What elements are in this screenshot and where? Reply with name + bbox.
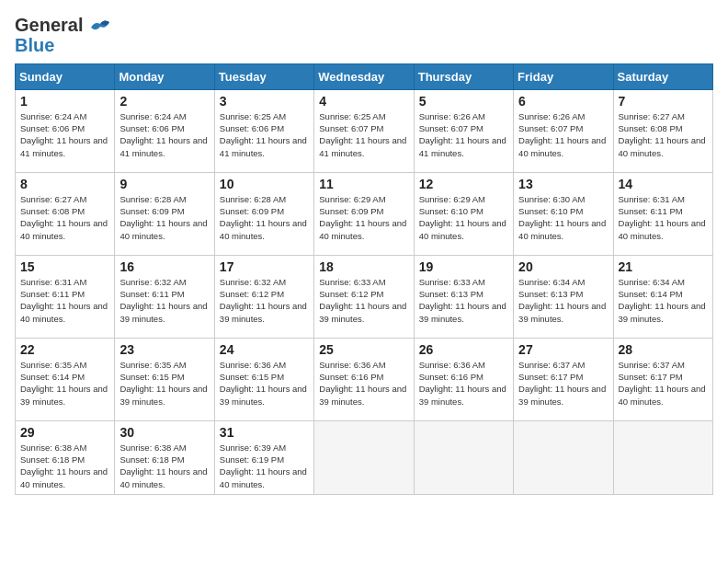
day-number: 17 — [220, 259, 309, 274]
day-info: Sunrise: 6:29 AM Sunset: 6:10 PM Dayligh… — [419, 193, 508, 242]
header-monday: Monday — [115, 63, 214, 89]
header-tuesday: Tuesday — [214, 63, 313, 89]
day-info: Sunrise: 6:34 AM Sunset: 6:14 PM Dayligh… — [619, 276, 708, 325]
day-info: Sunrise: 6:35 AM Sunset: 6:14 PM Dayligh… — [20, 359, 109, 408]
calendar-cell: 2 Sunrise: 6:24 AM Sunset: 6:06 PM Dayli… — [115, 89, 214, 172]
day-info: Sunrise: 6:37 AM Sunset: 6:17 PM Dayligh… — [518, 359, 608, 408]
calendar-cell: 9 Sunrise: 6:28 AM Sunset: 6:09 PM Dayli… — [115, 172, 214, 255]
day-info: Sunrise: 6:38 AM Sunset: 6:18 PM Dayligh… — [20, 442, 109, 490]
calendar-cell: 17 Sunrise: 6:32 AM Sunset: 6:12 PM Dayl… — [214, 255, 313, 338]
day-info: Sunrise: 6:36 AM Sunset: 6:16 PM Dayligh… — [319, 359, 408, 408]
calendar-cell: 1 Sunrise: 6:24 AM Sunset: 6:06 PM Dayli… — [16, 89, 115, 172]
day-number: 29 — [20, 425, 109, 440]
day-info: Sunrise: 6:35 AM Sunset: 6:15 PM Dayligh… — [119, 359, 209, 408]
day-number: 19 — [419, 259, 508, 274]
calendar-cell: 7 Sunrise: 6:27 AM Sunset: 6:08 PM Dayli… — [613, 89, 712, 172]
day-info: Sunrise: 6:30 AM Sunset: 6:10 PM Dayligh… — [518, 193, 608, 242]
day-number: 3 — [220, 94, 309, 109]
day-number: 20 — [518, 259, 608, 274]
calendar-cell: 11 Sunrise: 6:29 AM Sunset: 6:09 PM Dayl… — [314, 172, 414, 255]
day-number: 11 — [319, 177, 408, 191]
day-info: Sunrise: 6:38 AM Sunset: 6:18 PM Dayligh… — [119, 442, 209, 490]
calendar-cell: 26 Sunrise: 6:36 AM Sunset: 6:16 PM Dayl… — [414, 338, 513, 420]
day-info: Sunrise: 6:24 AM Sunset: 6:06 PM Dayligh… — [119, 110, 209, 159]
day-info: Sunrise: 6:36 AM Sunset: 6:16 PM Dayligh… — [419, 359, 508, 408]
day-number: 13 — [518, 177, 608, 191]
calendar-cell: 27 Sunrise: 6:37 AM Sunset: 6:17 PM Dayl… — [514, 338, 613, 420]
day-info: Sunrise: 6:34 AM Sunset: 6:13 PM Dayligh… — [518, 276, 608, 325]
calendar-cell: 19 Sunrise: 6:33 AM Sunset: 6:13 PM Dayl… — [414, 255, 513, 338]
day-number: 22 — [20, 342, 109, 357]
calendar-cell: 10 Sunrise: 6:28 AM Sunset: 6:09 PM Dayl… — [214, 172, 313, 255]
day-number: 8 — [20, 177, 109, 191]
logo-general: General — [15, 15, 83, 35]
page-header: General Blue — [15, 15, 713, 56]
day-number: 14 — [619, 177, 708, 191]
day-info: Sunrise: 6:27 AM Sunset: 6:08 PM Dayligh… — [619, 110, 708, 159]
day-info: Sunrise: 6:37 AM Sunset: 6:17 PM Dayligh… — [619, 359, 708, 408]
calendar-header-row: Sunday Monday Tuesday Wednesday Thursday… — [16, 63, 713, 89]
header-sunday: Sunday — [16, 63, 115, 89]
day-info: Sunrise: 6:25 AM Sunset: 6:07 PM Dayligh… — [319, 110, 408, 159]
day-info: Sunrise: 6:28 AM Sunset: 6:09 PM Dayligh… — [119, 193, 209, 242]
day-number: 28 — [619, 342, 708, 357]
day-info: Sunrise: 6:28 AM Sunset: 6:09 PM Dayligh… — [220, 193, 309, 242]
day-number: 25 — [319, 342, 408, 357]
day-number: 4 — [319, 94, 408, 109]
calendar-cell: 12 Sunrise: 6:29 AM Sunset: 6:10 PM Dayl… — [414, 172, 513, 255]
day-number: 2 — [119, 94, 209, 109]
day-number: 12 — [419, 177, 508, 191]
calendar-cell: 22 Sunrise: 6:35 AM Sunset: 6:14 PM Dayl… — [16, 338, 115, 420]
calendar-cell: 20 Sunrise: 6:34 AM Sunset: 6:13 PM Dayl… — [514, 255, 613, 338]
day-info: Sunrise: 6:27 AM Sunset: 6:08 PM Dayligh… — [20, 193, 109, 242]
day-number: 16 — [119, 259, 209, 274]
day-number: 10 — [220, 177, 309, 191]
day-info: Sunrise: 6:26 AM Sunset: 6:07 PM Dayligh… — [419, 110, 508, 159]
day-number: 6 — [518, 94, 608, 109]
day-number: 24 — [220, 342, 309, 357]
calendar-cell: 21 Sunrise: 6:34 AM Sunset: 6:14 PM Dayl… — [613, 255, 712, 338]
day-number: 5 — [419, 94, 508, 109]
calendar-cell — [514, 420, 613, 494]
day-number: 23 — [119, 342, 209, 357]
calendar-cell: 23 Sunrise: 6:35 AM Sunset: 6:15 PM Dayl… — [115, 338, 214, 420]
day-info: Sunrise: 6:31 AM Sunset: 6:11 PM Dayligh… — [20, 276, 109, 325]
header-thursday: Thursday — [414, 63, 513, 89]
calendar-cell: 28 Sunrise: 6:37 AM Sunset: 6:17 PM Dayl… — [613, 338, 712, 420]
day-info: Sunrise: 6:33 AM Sunset: 6:13 PM Dayligh… — [419, 276, 508, 325]
day-number: 31 — [220, 425, 309, 440]
day-number: 1 — [20, 94, 109, 109]
calendar-cell: 25 Sunrise: 6:36 AM Sunset: 6:16 PM Dayl… — [314, 338, 414, 420]
header-wednesday: Wednesday — [314, 63, 414, 89]
day-number: 7 — [619, 94, 708, 109]
calendar-cell: 3 Sunrise: 6:25 AM Sunset: 6:06 PM Dayli… — [214, 89, 313, 172]
day-number: 9 — [119, 177, 209, 191]
calendar-cell: 8 Sunrise: 6:27 AM Sunset: 6:08 PM Dayli… — [16, 172, 115, 255]
calendar-cell: 29 Sunrise: 6:38 AM Sunset: 6:18 PM Dayl… — [16, 420, 115, 494]
header-saturday: Saturday — [613, 63, 712, 89]
logo-bird-icon — [89, 18, 111, 37]
day-info: Sunrise: 6:32 AM Sunset: 6:12 PM Dayligh… — [220, 276, 309, 325]
calendar-cell: 31 Sunrise: 6:39 AM Sunset: 6:19 PM Dayl… — [214, 420, 313, 494]
day-info: Sunrise: 6:25 AM Sunset: 6:06 PM Dayligh… — [220, 110, 309, 159]
day-info: Sunrise: 6:31 AM Sunset: 6:11 PM Dayligh… — [619, 193, 708, 242]
day-info: Sunrise: 6:39 AM Sunset: 6:19 PM Dayligh… — [220, 442, 309, 490]
calendar-cell: 24 Sunrise: 6:36 AM Sunset: 6:15 PM Dayl… — [214, 338, 313, 420]
day-number: 26 — [419, 342, 508, 357]
day-number: 30 — [119, 425, 209, 440]
calendar-cell: 14 Sunrise: 6:31 AM Sunset: 6:11 PM Dayl… — [613, 172, 712, 255]
calendar-cell: 4 Sunrise: 6:25 AM Sunset: 6:07 PM Dayli… — [314, 89, 414, 172]
calendar-cell: 30 Sunrise: 6:38 AM Sunset: 6:18 PM Dayl… — [115, 420, 214, 494]
logo-blue: Blue — [15, 35, 54, 55]
calendar-cell — [414, 420, 513, 494]
day-info: Sunrise: 6:24 AM Sunset: 6:06 PM Dayligh… — [20, 110, 109, 159]
header-friday: Friday — [514, 63, 613, 89]
day-info: Sunrise: 6:36 AM Sunset: 6:15 PM Dayligh… — [220, 359, 309, 408]
day-info: Sunrise: 6:32 AM Sunset: 6:11 PM Dayligh… — [119, 276, 209, 325]
calendar-cell: 15 Sunrise: 6:31 AM Sunset: 6:11 PM Dayl… — [16, 255, 115, 338]
calendar-cell: 18 Sunrise: 6:33 AM Sunset: 6:12 PM Dayl… — [314, 255, 414, 338]
day-info: Sunrise: 6:26 AM Sunset: 6:07 PM Dayligh… — [518, 110, 608, 159]
calendar-table: Sunday Monday Tuesday Wednesday Thursday… — [15, 63, 713, 495]
day-number: 15 — [20, 259, 109, 274]
calendar-cell — [314, 420, 414, 494]
